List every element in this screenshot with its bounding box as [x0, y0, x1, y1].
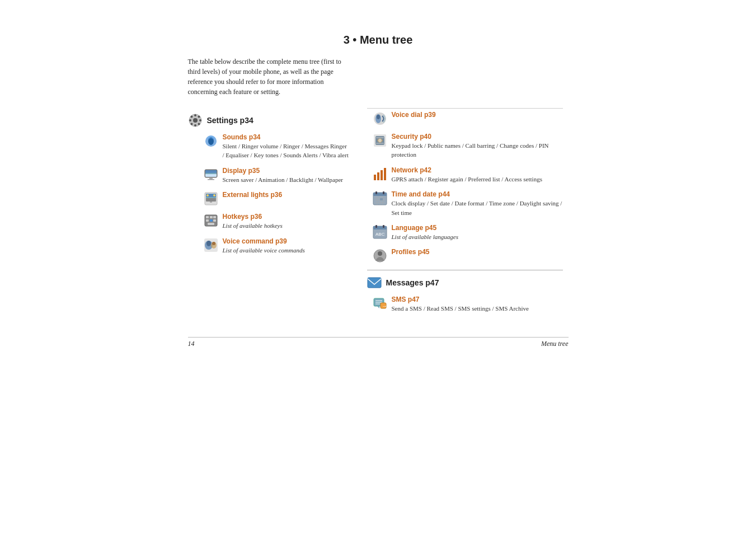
language-item: ABC Language p45 List of available langu… [367, 224, 563, 241]
two-column-layout: Settings p34 Sounds p34 Silen [188, 108, 569, 320]
left-column: Settings p34 Sounds p34 Silen [188, 108, 350, 320]
network-text: Network p42 GPRS attach / Register again… [392, 166, 563, 184]
svg-rect-45 [377, 172, 379, 180]
external-lights-title: External lights p36 [223, 191, 350, 199]
display-item: Display p35 Screen saver / Animation / B… [188, 167, 350, 184]
network-title: Network p42 [392, 166, 563, 174]
security-item: Security p40 Keypad lock / Public names … [367, 133, 563, 160]
svg-rect-51 [375, 191, 377, 194]
hotkeys-text: Hotkeys p36 List of available hotkeys [223, 213, 350, 230]
profiles-title: Profiles p45 [392, 248, 563, 256]
intro-text: The table below describe the complete me… [188, 57, 345, 97]
page-footer: 14 Menu tree [188, 337, 569, 348]
language-desc: List of available languages [392, 233, 458, 240]
network-desc: GPRS attach / Register again / Preferred… [392, 176, 542, 182]
settings-icon [188, 113, 203, 128]
svg-rect-24 [206, 197, 216, 198]
sounds-title: Sounds p34 [223, 133, 350, 141]
voice-command-icon [204, 238, 218, 252]
network-icon [373, 167, 387, 181]
profiles-item: Profiles p45 [367, 248, 563, 263]
timedate-desc: Clock display / Set date / Date format /… [392, 200, 562, 216]
display-text: Display p35 Screen saver / Animation / B… [223, 167, 350, 184]
security-desc: Keypad lock / Public names / Call barrin… [392, 142, 549, 158]
content-area: 3 • Menu tree The table below describe t… [188, 34, 569, 512]
svg-point-8 [190, 123, 192, 125]
svg-rect-30 [210, 219, 213, 222]
language-title: Language p45 [392, 224, 563, 232]
svg-point-67 [378, 251, 382, 256]
display-title: Display p35 [223, 167, 350, 175]
timedate-text: Time and date p44 Clock display / Set da… [392, 190, 563, 217]
svg-point-6 [190, 116, 192, 118]
svg-rect-21 [210, 202, 212, 203]
profiles-icon [373, 249, 387, 263]
voice-command-item: Voice command p39 List of available voic… [188, 237, 350, 255]
timedate-title: Time and date p44 [392, 190, 563, 198]
security-icon [373, 133, 387, 148]
page-container: 3 • Menu tree The table below describe t… [0, 0, 756, 534]
svg-rect-52 [383, 191, 384, 194]
svg-rect-64 [383, 225, 384, 228]
svg-point-22 [206, 194, 209, 196]
svg-point-2 [194, 114, 196, 116]
settings-section-title: Settings p34 [207, 116, 253, 125]
svg-rect-14 [205, 170, 217, 173]
network-item: Network p42 GPRS attach / Register again… [367, 166, 563, 184]
voice-command-desc: List of available voice commands [223, 247, 305, 254]
sounds-item: Sounds p34 Silent / Ringer volume / Ring… [188, 133, 350, 160]
svg-rect-68 [368, 278, 381, 288]
svg-rect-62 [373, 228, 387, 229]
security-title: Security p40 [392, 133, 563, 140]
voice-dial-text: Voice dial p39 [392, 111, 563, 119]
svg-point-4 [189, 119, 191, 121]
sms-item: → SMS p47 Send a SMS / Read SMS / SMS se… [367, 296, 563, 313]
messages-section-title: Messages p47 [386, 278, 439, 287]
sounds-icon [204, 134, 218, 148]
sms-title: SMS p47 [392, 296, 563, 303]
svg-point-23 [213, 194, 215, 196]
svg-rect-29 [206, 219, 209, 222]
svg-point-37 [212, 242, 215, 245]
svg-point-40 [377, 115, 380, 119]
hotkeys-desc: List of available hotkeys [223, 222, 283, 229]
svg-rect-31 [213, 219, 216, 222]
sounds-desc: Silent / Ringer volume / Ringer / Messag… [223, 143, 349, 158]
svg-rect-28 [213, 216, 216, 218]
external-lights-icon [204, 191, 218, 206]
page-number: 14 [188, 340, 195, 348]
timedate-item: Time and date p44 Clock display / Set da… [367, 190, 563, 217]
timedate-icon [373, 191, 387, 205]
svg-rect-50 [373, 195, 387, 196]
svg-text:→: → [382, 303, 387, 309]
security-text: Security p40 Keypad lock / Public names … [392, 133, 563, 160]
svg-point-9 [198, 116, 200, 118]
display-icon [204, 167, 218, 182]
svg-text:ABC: ABC [375, 232, 385, 237]
page-title: 3 • Menu tree [188, 34, 569, 46]
sms-text: SMS p47 Send a SMS / Read SMS / SMS sett… [392, 296, 563, 313]
svg-rect-47 [384, 168, 386, 180]
voice-dial-title: Voice dial p39 [392, 111, 563, 119]
svg-rect-63 [375, 225, 377, 228]
svg-point-43 [378, 139, 382, 142]
external-lights-item: External lights p36 [188, 191, 350, 206]
profiles-text: Profiles p45 [392, 248, 563, 256]
voice-dial-icon [373, 111, 387, 126]
svg-rect-26 [206, 216, 209, 218]
external-lights-text: External lights p36 [223, 191, 350, 199]
svg-rect-59 [380, 198, 383, 200]
display-desc: Screen saver / Animation / Backlight / W… [223, 176, 344, 183]
svg-rect-32 [208, 223, 214, 225]
svg-rect-17 [208, 179, 214, 180]
voice-dial-item: Voice dial p39 [367, 111, 563, 126]
hotkeys-title: Hotkeys p36 [223, 213, 350, 221]
hotkeys-icon [204, 213, 218, 228]
right-column: Voice dial p39 [367, 108, 563, 320]
footer-section-name: Menu tree [541, 340, 569, 348]
svg-point-7 [198, 123, 200, 125]
voice-command-text: Voice command p39 List of available voic… [223, 237, 350, 255]
svg-rect-44 [374, 175, 376, 180]
settings-section-header: Settings p34 [188, 113, 350, 128]
sounds-text: Sounds p34 Silent / Ringer volume / Ring… [223, 133, 350, 160]
